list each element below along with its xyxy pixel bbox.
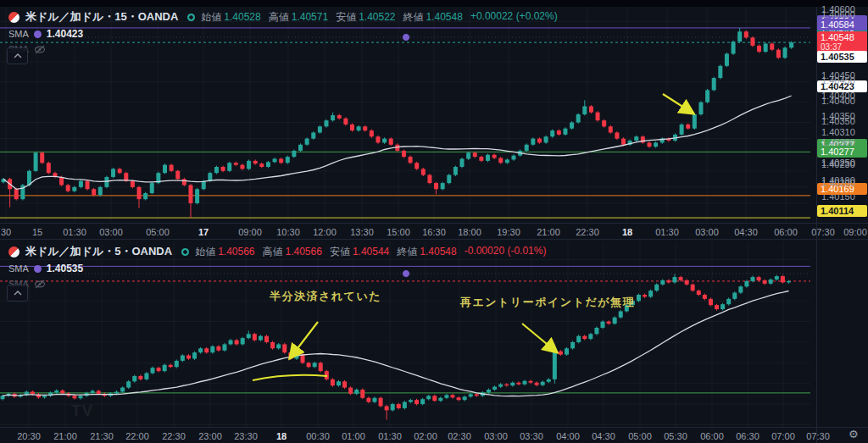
- time-label: 10:30: [276, 227, 300, 237]
- sma-indicator-row[interactable]: SMA 1.40423: [8, 28, 558, 40]
- annotation-text[interactable]: 再エントリーポイントだが無理: [460, 295, 635, 310]
- candle-body: [457, 397, 461, 400]
- candle-body: [270, 342, 275, 348]
- price-badge: 1.40535: [817, 51, 867, 63]
- candle-body: [331, 379, 335, 385]
- candle-body: [648, 291, 653, 296]
- sma-label: SMA: [8, 29, 29, 39]
- axis-settings-gear-icon[interactable]: ⚙: [849, 428, 859, 440]
- candle-body: [279, 158, 283, 163]
- candle-body: [259, 163, 264, 167]
- time-label: 03:00: [484, 431, 508, 441]
- time-axis-15m[interactable]: 301501:3003:0005:001709:0010:3012:0013:3…: [0, 223, 868, 240]
- candle-body: [397, 404, 401, 408]
- candle-body: [615, 132, 619, 138]
- symbol-logo-icon: [8, 246, 19, 257]
- time-label: 01:00: [342, 431, 365, 441]
- candle-body: [570, 342, 575, 348]
- pane-collapse-button[interactable]: [7, 47, 28, 64]
- candle-body: [266, 162, 270, 167]
- candle-body: [402, 151, 406, 157]
- market-status-icon[interactable]: [187, 14, 195, 21]
- time-label: 19:30: [497, 227, 520, 237]
- candle-body: [202, 181, 206, 190]
- candle-body: [531, 139, 535, 145]
- candle-body: [582, 106, 587, 114]
- chevron-up-icon: [13, 53, 23, 59]
- candle-body: [705, 90, 709, 102]
- candle-body: [460, 158, 465, 167]
- candle-body: [589, 106, 593, 112]
- candle-body: [596, 113, 600, 121]
- candle-body: [372, 398, 376, 402]
- high-pair: 高値1.40566: [263, 245, 322, 259]
- candle-body: [253, 161, 258, 163]
- annotation-text[interactable]: 半分決済されていた: [270, 289, 381, 304]
- candle-body: [54, 390, 58, 392]
- candle-body: [47, 163, 51, 173]
- market-status-icon[interactable]: [181, 248, 189, 256]
- candle-body: [570, 123, 574, 129]
- candle-body: [342, 381, 347, 387]
- candle-body: [389, 139, 393, 145]
- candle-body: [343, 119, 348, 125]
- candle-body: [541, 382, 545, 385]
- candle-body: [1, 396, 5, 399]
- candle-body: [751, 277, 755, 281]
- candle-body: [253, 334, 257, 340]
- symbol-title[interactable]: 米ドル／加ドル・5・OANDA: [25, 244, 172, 259]
- price-tick-label: 1.40450: [821, 75, 855, 86]
- candle-body: [775, 276, 779, 280]
- candle-body: [666, 280, 670, 282]
- price-scale-5m[interactable]: 1.406001.405001.404501.404001.403501.403…: [817, 241, 868, 427]
- eye-off-icon[interactable]: [34, 280, 46, 289]
- change-value: -0.00020 (-0.01%): [465, 245, 547, 259]
- candle-body: [182, 179, 186, 185]
- candle-body: [137, 187, 142, 199]
- candle-body: [227, 163, 231, 171]
- candle-body: [247, 161, 251, 169]
- candle-body: [325, 371, 329, 379]
- time-label: 09:00: [843, 227, 867, 237]
- candle-body: [363, 126, 367, 130]
- candle-body: [432, 396, 437, 401]
- eye-off-icon[interactable]: [34, 45, 46, 54]
- sma-indicator-row[interactable]: SMA 1.40535: [8, 263, 546, 274]
- candle-body: [550, 130, 554, 136]
- candle-body: [259, 336, 263, 341]
- candle-body: [776, 50, 781, 58]
- candle-body: [379, 398, 383, 407]
- candle-body: [385, 406, 389, 410]
- time-label: 21:30: [90, 431, 114, 441]
- candle-body: [680, 125, 684, 135]
- candle-body: [222, 344, 226, 350]
- candle-body: [621, 139, 626, 145]
- time-label: 05:00: [628, 431, 652, 441]
- candle-body: [654, 142, 658, 147]
- sma-line[interactable]: [3, 291, 789, 396]
- candle-body: [403, 402, 407, 408]
- candle-body: [86, 181, 90, 190]
- candle-body: [602, 120, 606, 126]
- candle-body: [588, 334, 593, 339]
- sma-line[interactable]: [3, 96, 792, 189]
- candle-body: [479, 157, 483, 161]
- tradingview-watermark-icon: TV: [71, 401, 93, 420]
- sma-hidden-indicator-row[interactable]: SMA: [8, 43, 558, 55]
- time-label: 12:00: [313, 227, 337, 237]
- candle-body: [492, 155, 497, 158]
- time-axis-5m[interactable]: 20:3021:0021:3022:0022:3023:0023:301800:…: [0, 427, 868, 443]
- candle-body: [157, 368, 161, 371]
- pane-collapse-button[interactable]: [7, 285, 28, 302]
- time-label: 15: [32, 227, 42, 237]
- candle-body: [544, 136, 548, 142]
- candle-body: [292, 151, 296, 157]
- time-label: 01:30: [655, 227, 679, 237]
- candle-body: [247, 334, 251, 338]
- time-label: 21:00: [537, 227, 560, 237]
- candle-body: [447, 175, 451, 184]
- price-tick-label: 1.40200: [821, 178, 855, 188]
- sma-hidden-indicator-row[interactable]: SMA: [8, 278, 546, 290]
- symbol-title[interactable]: 米ドル／加ドル・15・OANDA: [25, 9, 178, 25]
- candle-body: [138, 376, 142, 379]
